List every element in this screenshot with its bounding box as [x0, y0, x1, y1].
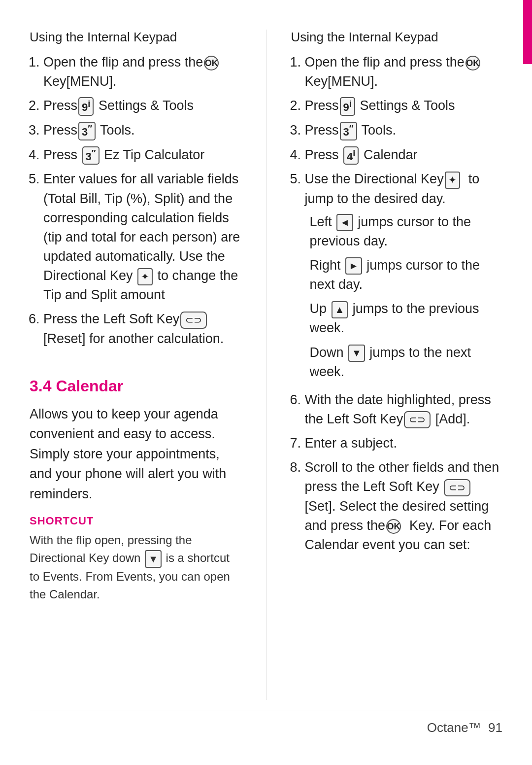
- left-column: Using the Internal Keypad Open the flip …: [30, 30, 241, 700]
- ok-key-r1: OK: [466, 56, 480, 70]
- shortcut-text: With the flip open, pressing the Directi…: [30, 531, 241, 603]
- dir-key-1: ✦: [137, 268, 153, 285]
- left-section-heading: Using the Internal Keypad: [30, 30, 241, 45]
- soft-key-r2: ⊂⊃: [404, 411, 431, 428]
- dir-up-item: Up ▲ jumps to the previous week.: [305, 299, 503, 338]
- page-container: Using the Internal Keypad Open the flip …: [0, 0, 532, 765]
- right-step-3: Press3″ Tools.: [305, 121, 503, 140]
- left-step-2: Press9i Settings & Tools: [43, 96, 241, 116]
- dir-left-item: Left ◄ jumps cursor to the previous day.: [305, 212, 503, 251]
- right-step-4: Press 4i Calendar: [305, 145, 503, 165]
- left-step-3: Press3″ Tools.: [43, 121, 241, 140]
- right-step-1: Open the flip and press theOK Key[MENU].: [305, 53, 503, 91]
- column-divider: [266, 30, 266, 700]
- two-col-layout: Using the Internal Keypad Open the flip …: [30, 30, 502, 700]
- left-step-1: Open the flip and press theOK Key[MENU].: [43, 53, 241, 91]
- soft-key-1: ⊂⊃: [180, 312, 207, 329]
- dir-key-r1: ✦: [445, 172, 460, 189]
- key-4-r1: 4i: [343, 146, 359, 165]
- key-left: ◄: [336, 214, 353, 231]
- key-3-2: 3″: [82, 146, 100, 165]
- page-footer: Octane™ 91: [30, 710, 502, 735]
- footer-brand: Octane™ 91: [427, 720, 502, 735]
- key-down: ▼: [348, 345, 365, 362]
- right-step-2: Press9i Settings & Tools: [305, 96, 503, 116]
- calendar-intro-text: Allows you to keep your agenda convenien…: [30, 404, 241, 504]
- right-step-6: With the date highlighted, press the Lef…: [305, 390, 503, 429]
- ok-key-r2: OK: [386, 519, 401, 534]
- calendar-section-heading: 3.4 Calendar: [30, 377, 241, 395]
- soft-key-r3: ⊂⊃: [444, 479, 470, 496]
- direction-sub-list: Left ◄ jumps cursor to the previous day.…: [305, 212, 503, 382]
- shortcut-label: Shortcut: [30, 515, 241, 527]
- key-9-1: 9i: [78, 97, 94, 116]
- left-step-4: Press 3″ Ez Tip Calculator: [43, 145, 241, 165]
- key-9-r1: 9i: [340, 97, 355, 116]
- dir-key-down-shortcut: ▼: [145, 550, 162, 568]
- key-right: ►: [345, 257, 362, 275]
- key-3-r1: 3″: [340, 122, 357, 140]
- right-step-5: Use the Directional Key✦ to jump to the …: [305, 170, 503, 381]
- left-step-5: Enter values for all variable fields (To…: [43, 170, 241, 305]
- right-section-heading: Using the Internal Keypad: [291, 30, 503, 45]
- right-column: Using the Internal Keypad Open the flip …: [291, 30, 503, 700]
- dir-right-item: Right ► jumps cursor to the next day.: [305, 256, 503, 294]
- left-steps-list: Open the flip and press theOK Key[MENU].…: [30, 53, 241, 353]
- right-steps-list: Open the flip and press theOK Key[MENU].…: [291, 53, 503, 559]
- key-up: ▲: [332, 301, 348, 318]
- left-step-6: Press the Left Soft Key⊂⊃ [Reset] for an…: [43, 310, 241, 348]
- accent-bar: [523, 0, 532, 64]
- key-3-1: 3″: [78, 122, 96, 140]
- right-step-7: Enter a subject.: [305, 434, 503, 453]
- dir-down-item: Down ▼ jumps to the next week.: [305, 343, 503, 382]
- ok-key-1: OK: [204, 56, 219, 70]
- shortcut-block: Shortcut With the flip open, pressing th…: [30, 515, 241, 603]
- right-step-8: Scroll to the other fields and then pres…: [305, 458, 503, 555]
